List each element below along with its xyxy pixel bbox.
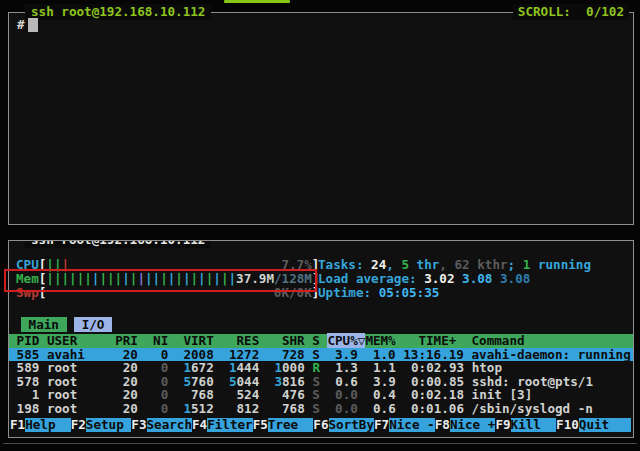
shell-pane[interactable]: ssh root@192.168.10.112 SCROLL: 0/102 #: [8, 12, 634, 225]
shell-prompt[interactable]: #: [17, 17, 38, 32]
tab-main[interactable]: Main: [21, 317, 67, 332]
shell-pane-title: ssh root@192.168.10.112: [25, 4, 211, 20]
tab-io[interactable]: I/O: [74, 317, 112, 332]
prompt-char: #: [17, 17, 25, 32]
swp-meter: Swp[ 0K/0K]: [16, 286, 319, 300]
scroll-indicator: SCROLL: 0/102: [513, 4, 629, 20]
screen-tabs: Main I/O: [21, 318, 112, 332]
window-bottom-edge: [3, 443, 637, 444]
tasks-summary: Tasks: 24, 5 thr, 62 kthr; 1 running: [318, 258, 591, 272]
cursor-block: [28, 18, 38, 32]
fkey-search[interactable]: F3Search: [131, 418, 192, 432]
fkey-nice-plus[interactable]: F8Nice +: [435, 418, 496, 432]
process-row-selected[interactable]: 585 avahi 20 0 2008 1272 728 S 3.9 1.0 1…: [9, 348, 633, 362]
htop-pane[interactable]: ssh root@192.168.10.112 CPU[||| 7.7%] Me…: [8, 240, 634, 438]
top-edge-artifact: [224, 0, 290, 3]
fkey-setup[interactable]: F2Setup: [71, 418, 132, 432]
fkey-help[interactable]: F1Help: [10, 418, 71, 432]
load-average: Load average: 3.02 3.08 3.08: [318, 272, 530, 286]
terminal-screen: ssh root@192.168.10.112 SCROLL: 0/102 # …: [0, 0, 640, 451]
fkey-tree[interactable]: F5Tree: [253, 418, 314, 432]
function-key-bar: F1Help F2Setup F3Search F4Filter F5Tree …: [10, 418, 631, 432]
fkey-quit[interactable]: F10Quit: [556, 418, 631, 432]
process-table-header[interactable]: PID USER PRI NI VIRT RES SHR S CPU%▽MEM%…: [9, 334, 633, 348]
fkey-nice-minus[interactable]: F7Nice -: [374, 418, 435, 432]
fkey-kill[interactable]: F9Kill: [495, 418, 556, 432]
htop-pane-title: ssh root@192.168.10.112: [25, 240, 211, 248]
process-row[interactable]: 1 root 20 0 768 524 476 S 0.0 0.4 0:02.1…: [9, 388, 633, 402]
fkey-sortby[interactable]: F6SortBy: [313, 418, 374, 432]
process-row[interactable]: 198 root 20 0 1512 812 768 S 0.0 0.6 0:0…: [9, 402, 633, 416]
cpu-meter: CPU[||| 7.7%]: [16, 258, 319, 272]
mem-meter: Mem[|||||||||||||||||||||||||37.9M/128M]: [16, 272, 320, 286]
process-row[interactable]: 589 root 20 0 1672 1444 1000 R 1.3 1.1 0…: [9, 361, 633, 375]
fkey-filter[interactable]: F4Filter: [192, 418, 253, 432]
process-row[interactable]: 578 root 20 0 5760 5044 3816 S 0.6 3.9 0…: [9, 375, 633, 389]
uptime: Uptime: 05:05:35: [318, 286, 439, 300]
